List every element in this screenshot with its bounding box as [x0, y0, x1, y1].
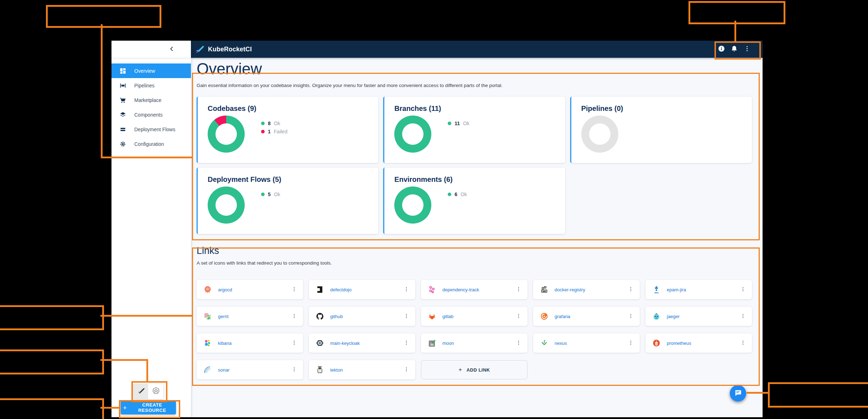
link-kebab-menu-button[interactable] [289, 338, 300, 348]
legend-dot-icon [261, 130, 265, 133]
link-card-docker-registry[interactable]: docker-registry [533, 280, 640, 299]
link-name[interactable]: argocd [218, 287, 289, 292]
sidebar-item-marketplace[interactable]: Marketplace [111, 93, 191, 107]
page-content: Overview Gain essential information on y… [191, 58, 763, 417]
sidebar-item-configuration[interactable]: Configuration [111, 137, 191, 151]
link-card-moon[interactable]: Semoon [421, 333, 527, 353]
widget-card: Branches (11)11Ok [383, 97, 565, 163]
kebab-icon [740, 286, 746, 293]
legend-value: 11 [454, 121, 460, 126]
link-card-sonar[interactable]: sonar [197, 360, 303, 379]
kebab-icon [291, 366, 297, 374]
link-card-epam-jira[interactable]: JIRAepam-jira [645, 280, 752, 299]
link-name[interactable]: sonar [218, 367, 289, 373]
gerrit-icon [203, 312, 212, 321]
link-name[interactable]: nexus [555, 341, 625, 346]
link-kebab-menu-button[interactable] [625, 311, 636, 322]
link-kebab-menu-button[interactable] [738, 284, 748, 295]
link-card-kibana[interactable]: kibana [197, 333, 303, 353]
link-kebab-menu-button[interactable] [513, 338, 524, 348]
link-name[interactable]: jaeger [667, 314, 738, 319]
link-kebab-menu-button[interactable] [401, 364, 412, 375]
link-kebab-menu-button[interactable] [738, 311, 748, 322]
link-card-gitlab[interactable]: gitlab [421, 307, 527, 326]
link-name[interactable]: prometheus [667, 341, 738, 346]
link-name[interactable]: defectdojo [330, 287, 401, 292]
links-section-description: A set of icons with links that redirect … [197, 260, 752, 266]
add-link-button[interactable]: +ADD LINK [421, 360, 527, 379]
widget-legend: 11Ok [448, 119, 469, 153]
kebab-icon [291, 339, 297, 347]
link-name[interactable]: github [330, 314, 401, 319]
link-card-main-keycloak[interactable]: main-keycloak [309, 333, 415, 353]
notifications-button[interactable] [728, 43, 740, 56]
link-kebab-menu-button[interactable] [289, 364, 300, 375]
annotation-label-box-left-toggle [0, 349, 104, 374]
link-name[interactable]: docker-registry [555, 287, 625, 292]
link-kebab-menu-button[interactable] [625, 338, 636, 348]
link-kebab-menu-button[interactable] [738, 338, 748, 348]
link-name[interactable]: gerrit [218, 314, 289, 319]
link-name[interactable]: tekton [330, 367, 401, 373]
feedback-fab[interactable] [730, 385, 746, 402]
legend-row: 5Ok [261, 190, 280, 198]
link-card-argocd[interactable]: argocd [197, 280, 303, 299]
widget-title: Pipelines (0) [581, 104, 742, 113]
sidebar-item-pipelines[interactable]: Pipelines [111, 78, 191, 93]
link-kebab-menu-button[interactable] [401, 311, 412, 322]
link-kebab-menu-button[interactable] [289, 284, 300, 295]
sidebar-item-label: Configuration [134, 141, 164, 147]
overflow-menu-icon [743, 45, 751, 53]
link-card-tekton[interactable]: tekton [309, 360, 415, 379]
legend-row: 8Ok [261, 119, 287, 127]
link-kebab-menu-button[interactable] [401, 284, 412, 295]
resource-view-toggle [133, 384, 163, 399]
link-card-dependency-track[interactable]: dependency-track [421, 280, 527, 299]
kebab-icon [740, 339, 746, 347]
overflow-menu-button[interactable] [740, 43, 753, 56]
link-card-gerrit[interactable]: gerrit [197, 307, 303, 326]
link-card-defectdojo[interactable]: defectdojo [309, 280, 415, 299]
sidebar: OverviewPipelinesMarketplaceComponentsDe… [111, 41, 191, 417]
sidebar-collapse-button[interactable] [167, 44, 177, 54]
link-kebab-menu-button[interactable] [513, 311, 524, 322]
link-name[interactable]: gitlab [442, 314, 513, 319]
link-name[interactable]: dependency-track [442, 287, 513, 292]
create-resource-button[interactable]: + CREATE RESOURCE [121, 401, 176, 414]
sidebar-item-components[interactable]: Components [111, 107, 191, 122]
link-name[interactable]: grafana [555, 314, 625, 319]
link-card-nexus[interactable]: nexus [533, 333, 640, 353]
link-kebab-menu-button[interactable] [401, 338, 412, 348]
sidebar-item-overview[interactable]: Overview [111, 63, 191, 78]
link-kebab-menu-button[interactable] [289, 311, 300, 322]
docker-registry-icon [540, 285, 549, 294]
sidebar-item-deployment-flows[interactable]: Deployment Flows [111, 122, 191, 137]
sidebar-item-label: Deployment Flows [134, 127, 175, 132]
widget-title: Codebases (9) [208, 104, 368, 113]
link-card-jaeger[interactable]: jaeger [645, 307, 752, 326]
legend-value: 6 [454, 191, 457, 197]
legend-value: 1 [268, 129, 271, 134]
kubernetes-view-button[interactable] [148, 384, 163, 399]
link-card-grafana[interactable]: grafana [533, 307, 640, 326]
krci-view-button[interactable] [133, 384, 148, 399]
sidebar-header [111, 41, 191, 58]
dependency-track-icon [427, 285, 437, 294]
link-name[interactable]: epam-jira [667, 287, 738, 292]
legend-dot-icon [261, 122, 265, 125]
link-card-prometheus[interactable]: prometheus [645, 333, 752, 353]
kebab-icon [628, 313, 634, 320]
notifications-bell-icon [731, 45, 738, 53]
link-name[interactable]: kibana [218, 341, 289, 346]
link-name[interactable]: main-keycloak [330, 341, 401, 346]
link-kebab-menu-button[interactable] [513, 284, 524, 295]
annotation-connector [734, 21, 736, 42]
main-column: KubeRocketCI [191, 41, 763, 417]
link-kebab-menu-button[interactable] [625, 284, 636, 295]
kebab-icon [515, 313, 522, 320]
deployment-flows-icon [119, 126, 126, 133]
link-name[interactable]: moon [442, 341, 513, 346]
info-button[interactable] [715, 43, 728, 56]
epam-jira-icon: JIRA [652, 285, 661, 294]
link-card-github[interactable]: github [309, 307, 415, 326]
